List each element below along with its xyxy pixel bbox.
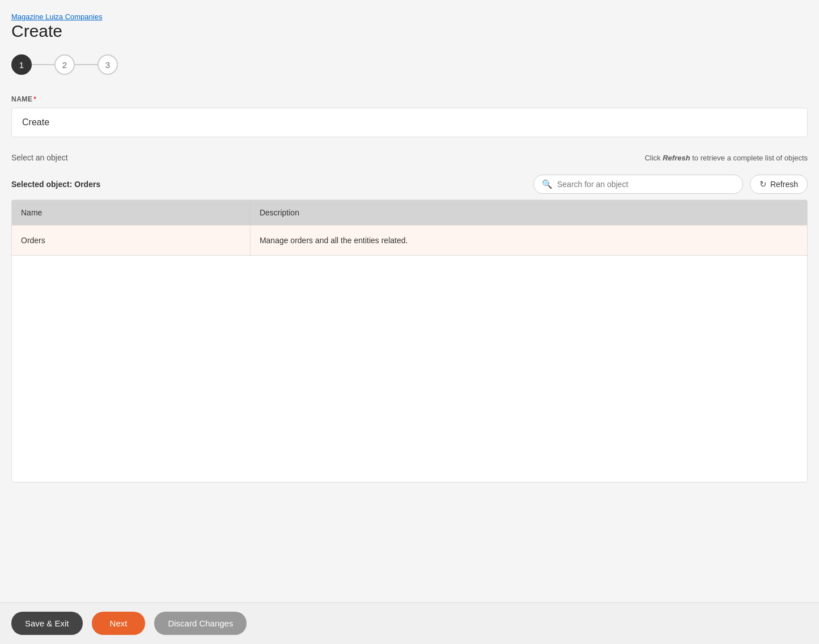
step-2[interactable]: 2 <box>54 54 75 75</box>
search-icon: 🔍 <box>542 179 553 189</box>
table-cell-name: Orders <box>12 226 251 255</box>
step-line-1 <box>32 64 54 65</box>
breadcrumb[interactable]: Magazine Luiza Companies <box>11 12 102 21</box>
table-header-description: Description <box>251 200 807 225</box>
table-header-name: Name <box>12 200 251 225</box>
page-container: Magazine Luiza Companies Create 1 2 3 NA… <box>0 0 819 644</box>
save-exit-button[interactable]: Save & Exit <box>11 612 83 635</box>
select-object-label: Select an object <box>11 153 68 162</box>
refresh-button[interactable]: ↻ Refresh <box>750 175 808 194</box>
page-title: Create <box>11 22 808 41</box>
table-row[interactable]: Orders Manage orders and all the entitie… <box>12 225 807 255</box>
search-box: 🔍 <box>533 175 743 194</box>
refresh-icon: ↻ <box>759 179 767 189</box>
table-empty-area <box>12 255 807 482</box>
bottom-bar: Save & Exit Next Discard Changes <box>0 602 819 644</box>
object-section-header: Select an object Click Refresh to retrie… <box>11 153 808 162</box>
search-refresh-row: 🔍 ↻ Refresh <box>533 175 808 194</box>
name-input[interactable] <box>22 117 797 128</box>
refresh-hint: Click Refresh to retrieve a complete lis… <box>644 154 808 162</box>
discard-button[interactable]: Discard Changes <box>154 612 247 635</box>
stepper: 1 2 3 <box>11 54 808 75</box>
step-3[interactable]: 3 <box>97 54 118 75</box>
step-1[interactable]: 1 <box>11 54 32 75</box>
table-container: Name Description Orders Manage orders an… <box>11 200 808 482</box>
name-input-wrapper <box>11 108 808 137</box>
name-required: * <box>33 95 36 103</box>
name-label: NAME* <box>11 95 808 103</box>
selected-object-label: Selected object: Orders <box>11 180 100 189</box>
table-cell-description: Manage orders and all the entities relat… <box>251 226 807 255</box>
search-input[interactable] <box>557 180 735 189</box>
object-controls: Selected object: Orders 🔍 ↻ Refresh <box>11 169 808 200</box>
step-line-2 <box>75 64 97 65</box>
table-header: Name Description <box>12 200 807 225</box>
next-button[interactable]: Next <box>92 612 146 635</box>
